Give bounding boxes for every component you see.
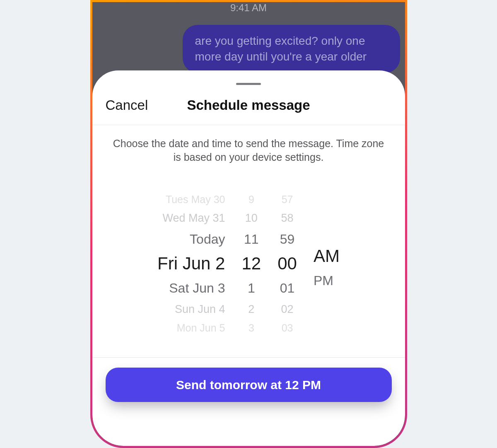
minute-column[interactable]: 57 58 59 00 01 02 03 [277, 191, 297, 337]
picker-minute-selected[interactable]: 00 [277, 250, 297, 277]
picker-date-option[interactable]: Sun Jun 4 [175, 299, 225, 319]
picker-date-option[interactable]: Today [190, 228, 225, 250]
picker-hour-option[interactable]: 11 [244, 228, 259, 250]
phone-screen: 9:41 AM are you getting excited? only on… [92, 2, 405, 446]
phone-frame: 9:41 AM are you getting excited? only on… [90, 0, 407, 448]
divider [92, 357, 405, 358]
sheet-header: Cancel Schedule message [92, 85, 405, 125]
picker-hour-option[interactable]: 1 [248, 277, 255, 299]
picker-hour-option[interactable]: 10 [245, 208, 258, 228]
sheet-title: Schedule message [187, 97, 310, 113]
picker-date-option[interactable]: Sat Jun 3 [169, 277, 225, 299]
cancel-button[interactable]: Cancel [106, 97, 148, 113]
picker-date-option[interactable]: Mon Jun 5 [177, 319, 225, 337]
picker-date-option[interactable]: Wed May 31 [162, 208, 225, 228]
datetime-picker[interactable]: Tues May 30 Wed May 31 Today Fri Jun 2 S… [92, 168, 405, 353]
picker-hour-option[interactable]: 2 [248, 299, 254, 319]
ampm-column[interactable]: AM PM [314, 191, 340, 337]
send-button[interactable]: Send tomorrow at 12 PM [106, 368, 392, 402]
picker-hour-selected[interactable]: 12 [241, 250, 261, 277]
picker-date-option[interactable]: Tues May 30 [166, 191, 225, 208]
picker-hour-option[interactable]: 9 [248, 191, 254, 208]
message-bubble: are you getting excited? only one more d… [183, 25, 400, 73]
picker-date-selected[interactable]: Fri Jun 2 [157, 250, 225, 277]
picker-minute-option[interactable]: 59 [280, 228, 295, 250]
picker-minute-option[interactable]: 58 [281, 208, 294, 228]
hour-column[interactable]: 9 10 11 12 1 2 3 [241, 191, 261, 337]
picker-minute-option[interactable]: 01 [280, 277, 295, 299]
picker-hour-option[interactable]: 3 [248, 319, 254, 337]
date-column[interactable]: Tues May 30 Wed May 31 Today Fri Jun 2 S… [157, 191, 225, 337]
picker-ampm-option[interactable]: PM [314, 269, 333, 292]
chat-timestamp: 9:41 AM [92, 2, 405, 14]
picker-minute-option[interactable]: 03 [282, 319, 293, 337]
sheet-instructions: Choose the date and time to send the mes… [92, 125, 405, 168]
schedule-sheet: Cancel Schedule message Choose the date … [92, 70, 405, 446]
picker-ampm-selected[interactable]: AM [314, 243, 340, 269]
picker-minute-option[interactable]: 57 [282, 191, 293, 208]
picker-minute-option[interactable]: 02 [281, 299, 294, 319]
